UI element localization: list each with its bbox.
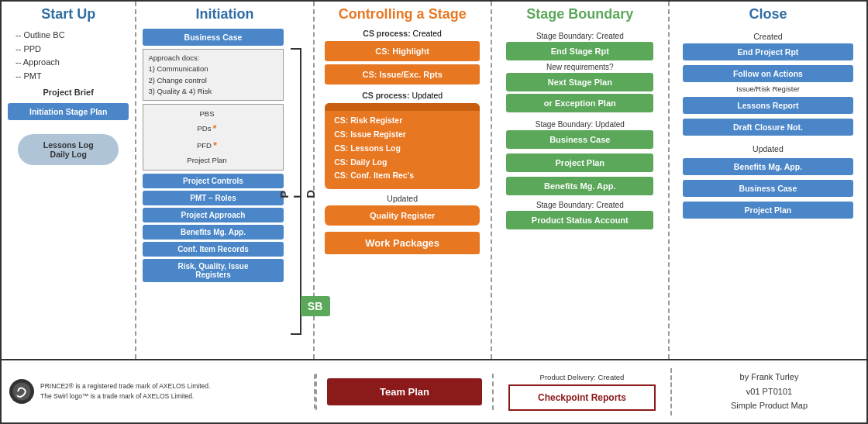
business-case-init-box: Business Case xyxy=(143,29,283,46)
axelos-line1: PRINCE2® is a registered trade mark of A… xyxy=(40,381,210,391)
bottom-section: PRINCE2® is a registered trade mark of A… xyxy=(2,360,866,422)
lessons-report-box: Lessons Report xyxy=(683,97,853,114)
frank-turley-name: by Frank Turley xyxy=(731,370,808,384)
pbs-text: PBS PDs * PFD * Project Plan xyxy=(148,108,277,167)
sb-benefits-mg-box: Benefits Mg. App. xyxy=(506,177,653,195)
bottom-close: by Frank Turley v01 PT0101 Simple Produc… xyxy=(672,365,866,418)
sb-project-plan-box: Project Plan xyxy=(506,153,653,172)
sb-pp-wrapper: Project Plan xyxy=(498,151,662,174)
new-requirements: New requirements? xyxy=(498,63,662,71)
cs-process-created-val: Created xyxy=(413,29,442,38)
pbs: PBS xyxy=(148,108,265,120)
close-benefits-mg-box: Benefits Mg. App. xyxy=(683,158,853,175)
close-created-label: Created xyxy=(753,32,782,41)
end-project-rpt-box: End Project Rpt xyxy=(683,43,853,60)
pds: PDs * xyxy=(148,120,265,137)
issue-rpts-box: CS: Issue/Exc. Rpts xyxy=(325,64,480,84)
cs-process-updated-bold: CS process: xyxy=(362,91,409,100)
project-brief: Project Brief xyxy=(8,88,129,97)
pfd: PFD * xyxy=(148,137,265,154)
benefits-mg-init-box: Benefits Mg. App. xyxy=(143,225,283,240)
updated-label: Updated xyxy=(387,194,418,203)
bottom-controlling: Team Plan xyxy=(315,374,494,410)
bottom-stage: Product Delivery: Created Checkpoint Rep… xyxy=(494,368,672,415)
close-business-case-box: Business Case xyxy=(683,180,853,197)
end-stage-rpt-box: End Stage Rpt xyxy=(506,42,653,60)
highlight-box: CS: Highlight xyxy=(325,41,480,61)
swirl-icon xyxy=(12,381,32,402)
map-type-text: Simple Product Map xyxy=(731,398,808,413)
col-controlling: Controlling a Stage CS process: Created … xyxy=(315,2,492,359)
controlling-header: Controlling a Stage xyxy=(339,6,467,22)
col-stage: Stage Boundary Stage Boundary: Created E… xyxy=(492,2,670,359)
next-stage-wrapper: Next Stage Plan xyxy=(498,73,662,94)
end-stage-wrapper: End Stage Rpt xyxy=(498,42,662,63)
work-packages-box: Work Packages xyxy=(325,232,480,254)
frank-turley-text: by Frank Turley v01 PT0101 Simple Produc… xyxy=(731,370,808,413)
sb-updated-label: Stage Boundary: Updated xyxy=(498,120,662,129)
initiation-header: Initiation xyxy=(143,6,306,22)
pid-label: PID xyxy=(277,185,317,198)
sb-business-case-box: Business Case xyxy=(506,130,653,149)
axelos-line2: The Swirl logo™ is a trade mark of AXELO… xyxy=(40,391,210,402)
col-initiation: Initiation Business Case Approach docs: … xyxy=(136,2,314,359)
col-close: Close Created End Project Rpt Follow on … xyxy=(670,2,866,359)
product-delivery-text: Product Delivery: Created xyxy=(540,373,625,381)
main-container: Start Up -- Outline BC -- PPD -- Approac… xyxy=(0,0,868,424)
bottom-left: PRINCE2® is a registered trade mark of A… xyxy=(2,374,315,408)
team-plan-box: Team Plan xyxy=(327,378,482,405)
axelos-logo xyxy=(9,379,34,404)
quality-register-box: Quality Register xyxy=(325,205,480,226)
risk-quality-box: Risk, Quality, Issue Registers xyxy=(143,259,283,282)
col-startup: Start Up -- Outline BC -- PPD -- Approac… xyxy=(2,2,136,359)
startup-bullets: -- Outline BC -- PPD -- Approach -- PMT xyxy=(16,29,129,83)
pmt-roles-box: PMT – Roles xyxy=(143,191,283,205)
top-section: Start Up -- Outline BC -- PPD -- Approac… xyxy=(2,2,866,360)
sb-bc-wrapper: Business Case xyxy=(498,130,662,151)
startup-header: Start Up xyxy=(8,6,129,22)
checkpoint-reports-box: Checkpoint Reports xyxy=(508,384,656,411)
sb-badge: SB xyxy=(301,296,330,316)
lessons-log-text: Lessons LogDaily Log xyxy=(24,140,112,159)
initiation-stage-plan-box: Initiation Stage Plan xyxy=(8,103,129,120)
close-updated-label: Updated xyxy=(753,144,784,153)
axelos-text: PRINCE2® is a registered trade mark of A… xyxy=(40,381,210,402)
conf-item-box: Conf. Item Records xyxy=(143,242,283,257)
cs-process-created-label: CS process: Created xyxy=(363,29,442,38)
bullet4: -- PMT xyxy=(16,70,129,84)
exception-plan-box: or Exception Plan xyxy=(506,94,653,112)
bullet2: -- PPD xyxy=(16,43,129,57)
draft-closure-box: Draft Closure Not. xyxy=(683,119,853,136)
exception-wrapper: or Exception Plan xyxy=(498,94,662,115)
cs-process-updated-val: Updated xyxy=(412,91,443,100)
approach-docs-box: Approach docs: 1) Communication 2) Chang… xyxy=(143,49,283,101)
bullet1: -- Outline BC xyxy=(16,29,129,43)
cs-cylinder-box: CS: Risk Register CS: Issue Register CS:… xyxy=(325,103,480,189)
stage-header: Stage Boundary xyxy=(498,6,662,22)
cs-process-created-bold: CS process: xyxy=(363,29,410,38)
project-approach-box: Project Approach xyxy=(143,208,283,222)
issue-risk-text: Issue/Risk Register xyxy=(736,84,800,93)
sb-created-label1: Stage Boundary: Created xyxy=(498,32,662,40)
sb-created-label2: Stage Boundary: Created xyxy=(498,201,662,209)
close-project-plan-box: Project Plan xyxy=(683,202,853,219)
follow-on-box: Follow on Actions xyxy=(683,65,853,82)
close-header: Close xyxy=(749,6,787,22)
project-plan-init: Project Plan xyxy=(148,154,265,167)
cs-process-updated-label: CS process: Updated xyxy=(362,91,443,100)
lessons-log-box: Lessons LogDaily Log xyxy=(18,134,119,165)
version-text: v01 PT0101 xyxy=(731,384,808,399)
sb-psa-wrapper: Product Status Account xyxy=(498,211,662,232)
sb-bma-wrapper: Benefits Mg. App. xyxy=(498,174,662,198)
approach-docs-text: Approach docs: 1) Communication 2) Chang… xyxy=(148,53,212,95)
pbs-box: PBS PDs * PFD * Project Plan xyxy=(143,104,283,171)
bullet3: -- Approach xyxy=(16,56,129,70)
next-stage-plan-box: Next Stage Plan xyxy=(506,73,653,91)
svg-point-0 xyxy=(12,382,31,401)
project-controls-box: Project Controls xyxy=(143,174,283,188)
product-status-account-box: Product Status Account xyxy=(506,211,653,229)
